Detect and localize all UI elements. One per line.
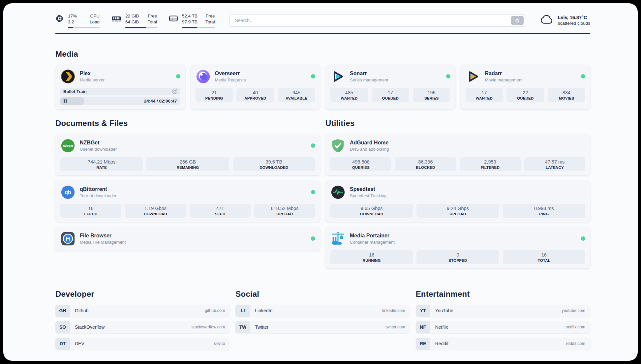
bookmark-github[interactable]: GH Github github.com <box>55 305 230 317</box>
status-dot <box>311 190 315 194</box>
service-card-filebrowser[interactable]: File Browser Media File Management <box>55 227 320 251</box>
pause-button[interactable] <box>64 99 67 103</box>
status-dot <box>581 74 585 78</box>
service-card-sonarr[interactable]: Sonarr Series management 485WANTED 17QUE… <box>325 65 455 109</box>
now-playing-title: Bullet Train <box>63 89 87 94</box>
service-subtitle: Series management <box>350 77 388 82</box>
cpu-labels: CPU Load <box>90 13 100 25</box>
service-subtitle: Torrent downloader <box>80 193 116 198</box>
stat-wanted: 485WANTED <box>330 88 368 102</box>
bookmark-netflix[interactable]: NF Netflix netflix.com <box>416 321 590 333</box>
section-title-social: Social <box>235 289 410 299</box>
service-subtitle: Usenet downloader <box>80 147 117 152</box>
bookmark-group-entertainment: Entertainment YT YouTube youtube.com NF … <box>416 268 590 354</box>
service-card-speedtest[interactable]: Speedtest Speedtest Tracking 9.65 GbpsDO… <box>325 180 590 222</box>
stat-movies: 834MOVIES <box>548 88 585 102</box>
stat-leech: 16LEECH <box>60 204 121 218</box>
stat-queries: 498,508QUERIES <box>330 157 391 171</box>
bookmark-abbr: SO <box>55 321 70 333</box>
bookmark-dev[interactable]: DT DEV dev.to <box>55 338 230 350</box>
stat-upload: 618.52 MbpsUPLOAD <box>254 204 315 218</box>
bookmark-linkedin[interactable]: LI LinkedIn linkedin.com <box>235 305 410 317</box>
service-card-radarr[interactable]: Radarr Movie management 17WANTED 22QUEUE… <box>461 65 591 109</box>
section-title-entertainment: Entertainment <box>416 289 590 299</box>
memory-icon <box>111 14 121 28</box>
status-dot <box>581 236 585 241</box>
service-card-portainer[interactable]: Media Portainer Container management 16R… <box>325 227 590 268</box>
adguard-icon <box>330 138 346 153</box>
service-name: AdGuard Home <box>350 140 389 146</box>
section-title-developer: Developer <box>55 289 230 299</box>
stat-seed: 471SEED <box>190 204 251 218</box>
bookmark-abbr: DT <box>55 338 70 350</box>
bookmark-abbr: NF <box>416 321 430 333</box>
cpu-widget: 17% 3.2 CPU Load <box>55 13 100 28</box>
disk-icon <box>169 14 178 28</box>
search-bar: G <box>229 14 525 27</box>
bookmark-stackoverflow[interactable]: SO StackOverflow stackoverflow.com <box>55 321 230 333</box>
stat-download: 9.65 GbpsDOWNLOAD <box>330 204 413 218</box>
memory-values: 22 GiB 64 GiB <box>125 13 139 25</box>
search-provider-button[interactable]: G <box>511 16 524 25</box>
service-name: Sonarr <box>350 71 388 76</box>
now-playing-pill: Bullet Train <box>60 88 180 95</box>
section-title-media: Media <box>55 49 590 59</box>
now-playing-media-icon <box>172 89 177 94</box>
bookmark-label: YouTube <box>435 308 453 313</box>
bookmark-url: youtube.com <box>562 308 585 313</box>
service-card-nzbget[interactable]: nzbget NZBGet Usenet downloader 744.21 M… <box>55 134 320 175</box>
service-name: Media Portainer <box>350 233 395 239</box>
dashboard-page: 17% 3.2 CPU Load <box>3 3 638 361</box>
stat-wanted: 17WANTED <box>466 88 503 102</box>
stat-stopped: 0STOPPED <box>416 250 499 264</box>
service-subtitle: Movie management <box>485 77 523 82</box>
memory-labels: Free Total <box>147 13 157 25</box>
service-card-adguard[interactable]: AdGuard Home DNS and adblocking 498,508Q… <box>325 134 590 175</box>
section-title-utilities: Utilities <box>325 119 590 128</box>
stat-queued: 17QUEUED <box>372 88 409 102</box>
bookmark-url: netflix.com <box>565 325 585 329</box>
stat-queued: 22QUEUED <box>506 88 544 102</box>
stat-pending: 21PENDING <box>196 88 233 102</box>
status-dot <box>446 74 450 78</box>
bookmark-label: DEV <box>75 341 84 346</box>
plex-icon <box>60 69 76 84</box>
bookmark-url: linkedin.com <box>382 308 405 313</box>
top-bar: 17% 3.2 CPU Load <box>55 13 590 28</box>
service-card-plex[interactable]: Plex Media server Bullet Train 24:44 / 0… <box>55 65 185 109</box>
cpu-values: 17% 3.2 <box>68 13 77 25</box>
service-subtitle: Media server <box>80 77 105 82</box>
bookmark-label: LinkedIn <box>255 308 272 313</box>
bookmark-youtube[interactable]: YT YouTube youtube.com <box>416 305 590 317</box>
service-name: NZBGet <box>80 140 117 146</box>
bookmark-reddit[interactable]: RE Reddit reddit.com <box>416 338 590 350</box>
cpu-icon <box>55 14 64 28</box>
nzbget-icon: nzbget <box>60 138 76 153</box>
weather-location-temp: Lviv, 16.87°C <box>558 15 590 20</box>
header-divider <box>55 33 590 34</box>
status-dot <box>311 143 315 148</box>
filebrowser-icon <box>60 231 76 246</box>
playback-progress-bar: 24:44 / 02:06:47 <box>60 97 180 105</box>
bookmark-abbr: GH <box>55 305 70 317</box>
bookmark-abbr: LI <box>235 305 250 317</box>
stat-blocked: 86,396BLOCKED <box>395 157 456 171</box>
service-subtitle: DNS and adblocking <box>350 147 389 152</box>
stat-rate: 744.21 MbpsRATE <box>60 157 143 171</box>
service-subtitle: Container management <box>350 240 395 245</box>
stat-approved: 40APPROVED <box>236 88 274 102</box>
service-card-qbittorrent[interactable]: qb qBittorrent Torrent downloader 16LEEC… <box>55 180 320 222</box>
search-input[interactable] <box>229 14 525 27</box>
stat-series: 196SERIES <box>413 88 450 102</box>
sonarr-icon <box>330 69 346 84</box>
status-dot <box>176 74 180 78</box>
system-stats: 17% 3.2 CPU Load <box>55 13 215 28</box>
disk-progress-bar <box>182 27 215 28</box>
bookmark-url: reddit.com <box>566 341 585 346</box>
service-card-overseerr[interactable]: Overseerr Media Requests 21PENDING 40APP… <box>191 65 320 109</box>
service-subtitle: Media Requests <box>215 77 246 82</box>
cpu-progress-bar <box>68 27 100 28</box>
bookmark-twitter[interactable]: TW Twitter twitter.com <box>235 321 410 333</box>
speedtest-icon <box>330 185 346 200</box>
bookmark-url: stackoverflow.com <box>191 325 225 329</box>
